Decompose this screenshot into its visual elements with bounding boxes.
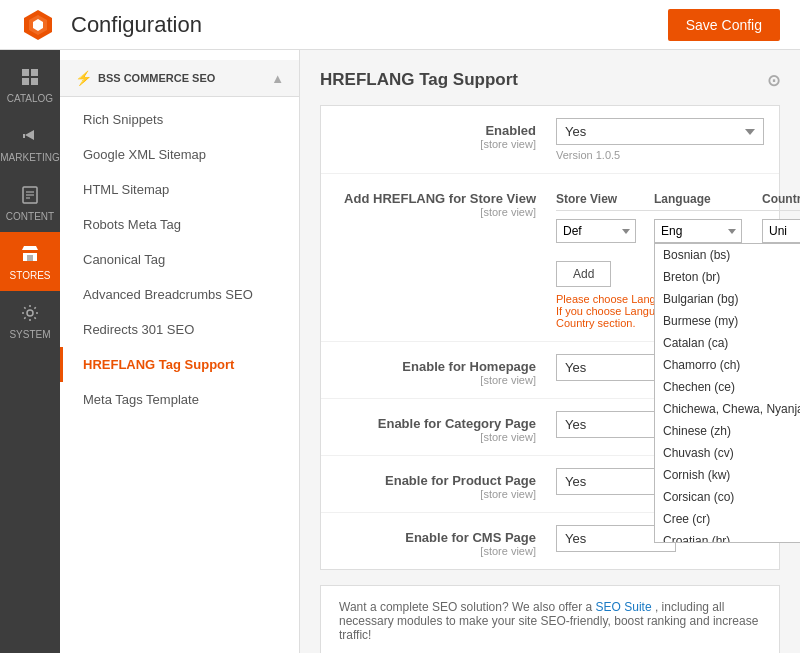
document-icon	[18, 183, 42, 207]
left-nav: ⚡ BSS COMMERCE SEO ▲ Rich Snippets Googl…	[60, 50, 300, 653]
nav-item-html-sitemap[interactable]: HTML Sitemap	[60, 172, 299, 207]
main-layout: CATALOG MARKETING CONTENT	[0, 50, 800, 653]
version-text: Version 1.0.5	[556, 149, 764, 161]
content-panel: ⚡ BSS COMMERCE SEO ▲ Rich Snippets Googl…	[60, 50, 800, 653]
sidebar-item-catalog[interactable]: CATALOG	[0, 55, 60, 114]
category-label: Enable for Category Page [store view]	[336, 411, 556, 443]
sidebar-label-content: CONTENT	[6, 211, 54, 222]
lang-option-corsican[interactable]: Corsican (co)	[655, 486, 800, 508]
sidebar-item-marketing[interactable]: MARKETING	[0, 114, 60, 173]
collapse-section-icon[interactable]: ⊙	[767, 71, 780, 90]
sidebar-label-stores: STORES	[10, 270, 51, 281]
lang-option-catalan[interactable]: Catalan (ca)	[655, 332, 800, 354]
homepage-label: Enable for Homepage [store view]	[336, 354, 556, 386]
lang-option-bulgarian[interactable]: Bulgarian (bg)	[655, 288, 800, 310]
enabled-value: Yes No Version 1.0.5	[556, 118, 764, 161]
nav-item-hreflang[interactable]: HREFLANG Tag Support	[60, 347, 299, 382]
sidebar-item-content[interactable]: CONTENT	[0, 173, 60, 232]
config-block-enabled: Enabled [store view] Yes No Version 1.0.…	[320, 105, 780, 570]
add-button[interactable]: Add	[556, 261, 611, 287]
svg-rect-12	[27, 255, 33, 261]
hreflang-table-header: Store View Language Country Action	[556, 186, 800, 211]
nav-item-canonical-tag[interactable]: Canonical Tag	[60, 242, 299, 277]
brand-label: ⚡ BSS COMMERCE SEO	[75, 70, 215, 86]
top-bar: Configuration Save Config	[0, 0, 800, 50]
language-cell: Eng Bosnian (bs) Breton (br) Bulgarian (…	[654, 219, 754, 243]
lang-option-bosnian[interactable]: Bosnian (bs)	[655, 244, 800, 266]
sidebar-label-marketing: MARKETING	[0, 152, 59, 163]
store-view-cell: Def	[556, 219, 646, 243]
cms-label: Enable for CMS Page [store view]	[336, 525, 556, 557]
svg-point-13	[27, 310, 33, 316]
lang-option-cornish[interactable]: Cornish (kw)	[655, 464, 800, 486]
seo-suite-link[interactable]: SEO Suite	[596, 600, 652, 614]
magento-logo	[20, 7, 56, 43]
lang-option-breton[interactable]: Breton (br)	[655, 266, 800, 288]
svg-rect-5	[22, 78, 29, 85]
sidebar: CATALOG MARKETING CONTENT	[0, 50, 60, 653]
brand-name: BSS COMMERCE SEO	[98, 72, 215, 84]
bss-icon: ⚡	[75, 70, 92, 86]
lang-option-chichewa[interactable]: Chichewa, Chewa, Nyanja (ny)	[655, 398, 800, 420]
lang-option-chamorro[interactable]: Chamorro (ch)	[655, 354, 800, 376]
hreflang-data-row: Def Eng Bosnian (bs) Breton (br	[556, 215, 800, 247]
config-row-hreflang: Add HREFLANG for Store View [store view]…	[321, 174, 779, 342]
svg-rect-3	[22, 69, 29, 76]
config-row-enabled: Enabled [store view] Yes No Version 1.0.…	[321, 106, 779, 174]
sidebar-label-system: SYSTEM	[9, 329, 50, 340]
sidebar-item-stores[interactable]: STORES	[0, 232, 60, 291]
nav-item-rich-snippets[interactable]: Rich Snippets	[60, 102, 299, 137]
section-title: HREFLANG Tag Support ⊙	[320, 70, 780, 90]
enabled-select[interactable]: Yes No	[556, 118, 764, 145]
language-select[interactable]: Eng	[654, 219, 742, 243]
svg-rect-4	[31, 69, 38, 76]
sidebar-label-catalog: CATALOG	[7, 93, 53, 104]
grid-icon	[18, 65, 42, 89]
nav-item-meta-tags[interactable]: Meta Tags Template	[60, 382, 299, 417]
country-cell: Uni	[762, 219, 800, 243]
lang-option-burmese[interactable]: Burmese (my)	[655, 310, 800, 332]
collapse-icon[interactable]: ▲	[271, 71, 284, 86]
lang-option-croatian[interactable]: Croatian (hr)	[655, 530, 800, 543]
sidebar-item-system[interactable]: SYSTEM	[0, 291, 60, 350]
lang-option-chinese[interactable]: Chinese (zh)	[655, 420, 800, 442]
language-dropdown-list: Bosnian (bs) Breton (br) Bulgarian (bg) …	[654, 243, 800, 543]
enabled-label: Enabled [store view]	[336, 118, 556, 150]
col-header-language: Language	[654, 192, 754, 206]
country-select[interactable]: Uni	[762, 219, 800, 243]
product-label: Enable for Product Page [store view]	[336, 468, 556, 500]
left-nav-header: ⚡ BSS COMMERCE SEO ▲	[60, 60, 299, 97]
hreflang-label: Add HREFLANG for Store View [store view]	[336, 186, 556, 218]
main-content-area: HREFLANG Tag Support ⊙ Enabled [store vi…	[300, 50, 800, 653]
store-icon	[18, 242, 42, 266]
megaphone-icon	[18, 124, 42, 148]
lang-option-chechen[interactable]: Chechen (ce)	[655, 376, 800, 398]
save-config-button[interactable]: Save Config	[668, 9, 780, 41]
gear-icon	[18, 301, 42, 325]
info-box: Want a complete SEO solution? We also of…	[320, 585, 780, 653]
lang-option-cree[interactable]: Cree (cr)	[655, 508, 800, 530]
col-header-store-view: Store View	[556, 192, 646, 206]
page-title: Configuration	[71, 12, 202, 38]
lang-option-chuvash[interactable]: Chuvash (cv)	[655, 442, 800, 464]
nav-item-robots-meta-tag[interactable]: Robots Meta Tag	[60, 207, 299, 242]
nav-item-redirects[interactable]: Redirects 301 SEO	[60, 312, 299, 347]
store-view-select[interactable]: Def	[556, 219, 636, 243]
nav-item-advanced-breadcrumbs[interactable]: Advanced Breadcrumbs SEO	[60, 277, 299, 312]
nav-item-google-xml-sitemap[interactable]: Google XML Sitemap	[60, 137, 299, 172]
svg-rect-6	[31, 78, 38, 85]
hreflang-value: Store View Language Country Action Def	[556, 186, 800, 329]
col-header-country: Country	[762, 192, 800, 206]
